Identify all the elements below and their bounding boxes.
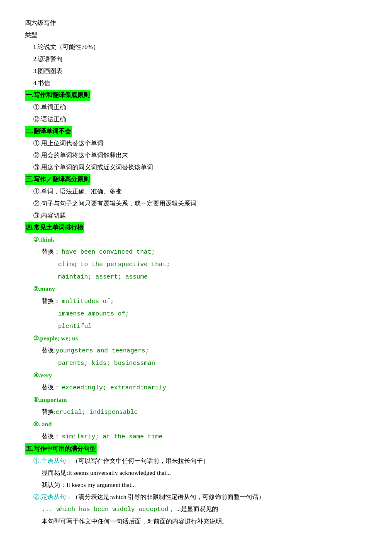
- type-item-2: 2.谚语警句: [25, 54, 367, 65]
- word-people: ③.people; we; us: [25, 333, 367, 344]
- subject-clause-ex2: 我认为：It keeps my argument that...: [25, 479, 367, 491]
- page-container: 四六级写作 类型 1.论说文（可能性70%） 2.谚语警句 3.图画图表 4.书…: [25, 17, 367, 527]
- attr-clause-ex2: 本句型可写于作文中任何一句话后面，对前面的内容进行补充说明。: [25, 516, 367, 527]
- subject-clause-ex1: 显而易见:It seems universally acknowledged t…: [25, 467, 367, 479]
- subject-clause-title: ①.主语从句：（可以写在作文中任何一句话前，用来拉长句子）: [25, 455, 367, 467]
- word-many: ②.many: [25, 284, 367, 295]
- word-think: ①.think: [25, 234, 367, 245]
- section4-title: 四.常见土单词排行榜: [25, 222, 367, 233]
- important-replacements: 替换:crucial; indispensable: [25, 406, 367, 418]
- think-replacement-3: maintain; assert; assume: [25, 271, 367, 283]
- word-important: ⑤.important: [25, 394, 367, 406]
- type-item-1: 1.论说文（可能性70%）: [25, 42, 367, 53]
- section3-item-2: ②.句子与句子之间只要有逻辑关系，就一定要用逻辑关系词: [25, 198, 367, 209]
- many-replacement-3: plentiful: [25, 320, 367, 332]
- section3-title: 三.写作／翻译高分原则: [25, 174, 367, 185]
- section2-title: 二.翻译单词不会: [25, 126, 367, 137]
- section2-item-3: ③.用这个单词的同义词或近义词替换该单词: [25, 162, 367, 173]
- section3-item-3: ③.内容切题: [25, 210, 367, 221]
- many-replacements: 替换： multitudes of;: [25, 296, 367, 307]
- type-item-4: 4.书信: [25, 78, 367, 89]
- section1-item-1: ①.单词正确: [25, 102, 367, 113]
- section1-title: 一.写作和翻译保底原则: [25, 90, 367, 101]
- people-replacements: 替换:youngsters and teenagers;: [25, 345, 367, 357]
- think-replacements: 替换： have been convinced that;: [25, 246, 367, 258]
- people-replacement-2: parents; kids; businessman: [25, 357, 367, 369]
- section2-item-1: ①.用上位词代替这个单词: [25, 138, 367, 149]
- attr-clause-ex1: ... which has been widely accepted， ...是…: [25, 504, 367, 515]
- section2-item-2: ②.用会的单词将这个单词解释出来: [25, 150, 367, 161]
- page-title: 四六级写作: [25, 17, 367, 29]
- many-replacement-2: immense amounts of;: [25, 308, 367, 320]
- section3-item-1: ①.单词，语法正确、准确、多变: [25, 186, 367, 197]
- think-replacement-2: cling to the perspective that;: [25, 259, 367, 270]
- word-very: ④.very: [25, 370, 367, 381]
- section1-item-2: ②.语法正确: [25, 114, 367, 125]
- section5-title: 五.写作中可用的满分句型: [25, 443, 367, 455]
- types-label: 类型: [25, 29, 367, 41]
- type-item-3: 3.图画图表: [25, 66, 367, 77]
- very-replacements: 替换： exceedingly; extraordinarily: [25, 382, 367, 394]
- attr-clause-title: ②.定语从句：（满分表达是:which 引导的非限制性定语从句，可修饰前面整一句…: [25, 491, 367, 503]
- word-and: ⑥. and: [25, 419, 367, 430]
- and-replacements: 替换： similarly; at the same time: [25, 431, 367, 443]
